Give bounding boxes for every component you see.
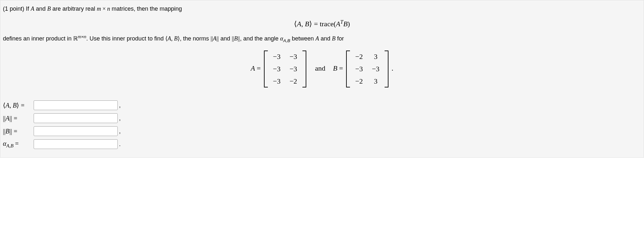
matrix-cell: −3 bbox=[285, 51, 301, 63]
answer-punct-comma-2: , bbox=[119, 115, 121, 122]
matrix-B-eq: = bbox=[337, 64, 345, 72]
matrix-cell: 3 bbox=[367, 75, 384, 87]
matrix-cell: −3 bbox=[268, 51, 285, 63]
display-equation: ⟨A, B⟩ = trace(ATB) bbox=[3, 19, 641, 28]
var-n: n bbox=[107, 6, 110, 12]
text-and-2: and bbox=[319, 35, 332, 42]
problem-intro-line: (1 point) If A and B are arbitrary real … bbox=[3, 4, 641, 14]
matrix-cell: −2 bbox=[285, 75, 301, 87]
answer-row-normA: ||A|| = , bbox=[3, 113, 641, 123]
intro-text-1: are arbitrary real bbox=[51, 6, 97, 12]
answer-row-alpha: αA,B = . bbox=[3, 139, 641, 149]
matrix-cell: −2 bbox=[351, 51, 367, 63]
answer-label-normA: ||A|| = bbox=[3, 115, 34, 122]
matrix-A-label: A bbox=[251, 64, 255, 72]
real-exp: m×n bbox=[78, 34, 86, 39]
matrix-cell: −3 bbox=[367, 63, 384, 75]
defines-text-6: between bbox=[290, 35, 315, 42]
eq-B2: B bbox=[343, 20, 347, 28]
answers-block: ⟨A, B⟩ = , ||A|| = , ||B|| = , αA,B = . bbox=[3, 100, 641, 149]
points-text: (1 point) If bbox=[3, 6, 31, 12]
answer-row-ab: ⟨A, B⟩ = , bbox=[3, 100, 641, 110]
answer-label-normB: ||B|| = bbox=[3, 128, 34, 135]
answer-input-ab[interactable] bbox=[34, 100, 118, 110]
matrix-A: −3 −3 −3 −3 −3 −2 bbox=[264, 51, 306, 87]
var-B: B bbox=[47, 6, 51, 12]
table-row: −2 3 bbox=[351, 51, 384, 63]
defines-text-1: defines an inner product in bbox=[3, 35, 73, 42]
var-A: A bbox=[31, 6, 34, 12]
problem-container: (1 point) If A and B are arbitrary real … bbox=[0, 0, 644, 158]
matrix-A-eq: = bbox=[255, 64, 262, 72]
matrix-A-table: −3 −3 −3 −3 −3 −2 bbox=[268, 51, 302, 87]
matrix-cell: −3 bbox=[285, 63, 301, 75]
matrix-cell: −2 bbox=[351, 75, 367, 87]
answer-input-normB[interactable] bbox=[34, 126, 118, 136]
matrix-cell: −3 bbox=[351, 63, 367, 75]
matrix-B-label: B bbox=[333, 64, 337, 72]
defines-text-2: . Use this inner product to find bbox=[86, 35, 165, 42]
problem-defines-line: defines an inner product in ℝm×n. Use th… bbox=[3, 33, 641, 44]
eq-AT: A bbox=[336, 20, 340, 28]
answer-label-alpha: αA,B = bbox=[3, 140, 34, 149]
table-row: −3 −2 bbox=[268, 75, 302, 87]
table-row: −3 −3 bbox=[268, 63, 302, 75]
defines-text-7: for bbox=[335, 35, 344, 42]
matrix-end: . bbox=[392, 64, 394, 72]
eq-B: B bbox=[305, 20, 309, 28]
inline-normA: ||A|| bbox=[211, 35, 219, 42]
eq-rangle: ⟩ = bbox=[309, 20, 320, 28]
matrix-cell: 3 bbox=[367, 51, 384, 63]
var-m: m bbox=[97, 6, 101, 12]
text-and: and bbox=[34, 6, 47, 12]
times-symbol: × bbox=[101, 6, 107, 12]
defines-text-4: and bbox=[219, 35, 232, 42]
matrix-cell: −3 bbox=[268, 63, 285, 75]
answer-input-normA[interactable] bbox=[34, 113, 118, 123]
table-row: −3 −3 bbox=[351, 63, 384, 75]
eq-comma: , bbox=[301, 20, 305, 28]
matrix-B: −2 3 −3 −3 −2 3 bbox=[346, 51, 388, 87]
inline-normB: ||B|| bbox=[232, 35, 240, 42]
inline-A2: A bbox=[315, 35, 319, 42]
matrix-and: and bbox=[315, 64, 325, 72]
answer-punct-comma: , bbox=[119, 102, 121, 109]
inline-B2: B bbox=[332, 35, 335, 42]
matrix-B-table: −2 3 −3 −3 −2 3 bbox=[351, 51, 384, 87]
defines-text-5: , and the angle bbox=[240, 35, 280, 42]
matrix-display: A = −3 −3 −3 −3 −3 −2 and B = bbox=[3, 51, 641, 87]
eq-rparen: ) bbox=[348, 20, 350, 28]
intro-text-2: matrices, then the mapping bbox=[110, 6, 182, 12]
answer-punct-comma-3: , bbox=[119, 128, 121, 135]
answer-input-alpha[interactable] bbox=[34, 139, 118, 149]
matrix-cell: −3 bbox=[268, 75, 285, 87]
eq-langle: ⟨ bbox=[294, 20, 297, 28]
answer-punct-period: . bbox=[119, 141, 121, 148]
inline-ab: ⟨A, B⟩ bbox=[165, 35, 180, 42]
inline-alpha-sub: A,B bbox=[283, 38, 290, 43]
answer-row-normB: ||B|| = , bbox=[3, 126, 641, 136]
table-row: −3 −3 bbox=[268, 51, 302, 63]
eq-transpose: T bbox=[340, 19, 343, 25]
answer-label-ab: ⟨A, B⟩ = bbox=[3, 101, 34, 109]
defines-text-3: , the norms bbox=[180, 35, 211, 42]
real-Rmn: ℝ bbox=[73, 35, 78, 42]
table-row: −2 3 bbox=[351, 75, 384, 87]
eq-trace: trace( bbox=[320, 20, 336, 28]
eq-A: A bbox=[297, 20, 301, 28]
